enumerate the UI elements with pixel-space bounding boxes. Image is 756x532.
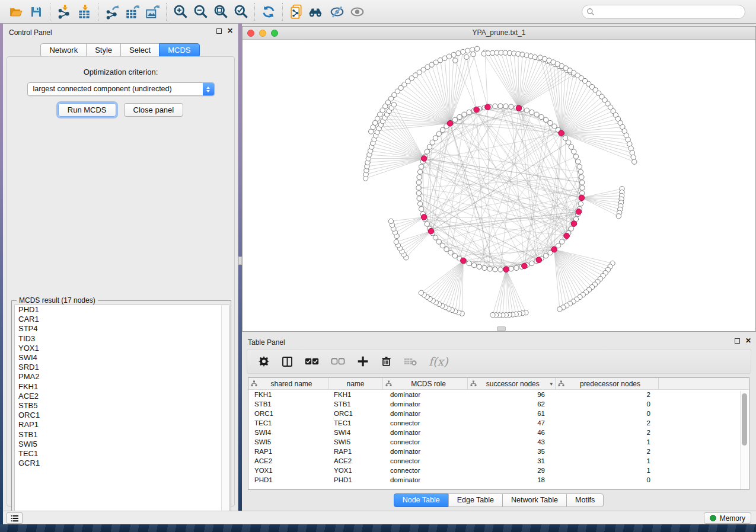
table-row[interactable]: TEC1TEC1connector472 xyxy=(248,418,749,428)
tab-node-table[interactable]: Node Table xyxy=(394,493,449,507)
column-header-name[interactable]: name xyxy=(328,378,383,389)
table-cell[interactable]: 96 xyxy=(468,391,556,398)
table-cell[interactable]: connector xyxy=(383,467,468,474)
list-item[interactable]: STB5 xyxy=(15,401,229,411)
list-item[interactable]: SRD1 xyxy=(15,363,229,372)
table-cell[interactable]: ACE2 xyxy=(248,457,328,464)
table-cell[interactable]: RAP1 xyxy=(248,448,328,455)
table-cell[interactable]: RAP1 xyxy=(328,448,383,455)
close-panel-icon[interactable]: ✕ xyxy=(227,28,233,34)
table-cell[interactable]: SWI4 xyxy=(328,429,383,436)
horizontal-splitter-handle[interactable] xyxy=(497,326,506,331)
table-cell[interactable]: 29 xyxy=(468,467,556,474)
table-cell[interactable]: 0 xyxy=(556,410,659,417)
table-cell[interactable]: 18 xyxy=(468,476,556,483)
float-panel-icon[interactable] xyxy=(735,338,740,344)
export-network-icon[interactable] xyxy=(102,2,122,21)
table-cell[interactable]: ACE2 xyxy=(328,457,383,464)
import-table-icon[interactable] xyxy=(74,2,94,21)
tab-network-table[interactable]: Network Table xyxy=(502,493,567,507)
list-item[interactable]: STP4 xyxy=(15,324,229,334)
table-cell[interactable]: SWI4 xyxy=(248,429,328,436)
list-item[interactable]: TEC1 xyxy=(15,449,229,459)
network-document-icon[interactable] xyxy=(286,2,307,21)
list-item[interactable]: CAR1 xyxy=(15,315,229,324)
table-scrollbar[interactable] xyxy=(740,391,748,489)
search-input[interactable] xyxy=(582,5,745,19)
mcds-result-list[interactable]: PHD1CAR1STP4TID3YOX1SWI4SRD1PMA2FKH1ACE2… xyxy=(14,305,229,518)
list-item[interactable]: STB1 xyxy=(15,430,229,440)
table-cell[interactable]: dominator xyxy=(383,400,468,408)
tab-mcds[interactable]: MCDS xyxy=(159,43,199,57)
table-cell[interactable]: SWI5 xyxy=(328,438,383,446)
tab-select[interactable]: Select xyxy=(120,43,160,57)
table-scrollbar-thumb[interactable] xyxy=(742,393,747,446)
table-cell[interactable]: dominator xyxy=(383,476,468,483)
table-cell[interactable]: YOX1 xyxy=(248,467,328,474)
network-canvas[interactable] xyxy=(243,40,755,331)
run-mcds-button[interactable]: Run MCDS xyxy=(58,103,116,117)
table-row[interactable]: STB1STB1dominator620 xyxy=(248,399,749,409)
window-maximize-icon[interactable] xyxy=(271,30,278,37)
select-all-icon[interactable] xyxy=(305,352,319,370)
table-cell[interactable]: SWI5 xyxy=(248,438,328,446)
table-cell[interactable]: 61 xyxy=(468,410,556,417)
add-column-icon[interactable] xyxy=(357,352,369,370)
tab-style[interactable]: Style xyxy=(86,43,121,57)
table-cell[interactable]: FKH1 xyxy=(328,391,383,398)
table-cell[interactable]: connector xyxy=(383,457,468,464)
list-item[interactable]: GCR1 xyxy=(15,459,229,468)
table-cell[interactable]: ORC1 xyxy=(328,410,383,417)
deselect-all-icon[interactable] xyxy=(331,352,345,370)
delete-column-icon[interactable] xyxy=(381,352,392,370)
import-network-icon[interactable] xyxy=(54,2,74,21)
table-cell[interactable]: FKH1 xyxy=(248,391,328,398)
table-cell[interactable]: 35 xyxy=(468,448,556,455)
table-cell[interactable]: dominator xyxy=(383,391,468,398)
list-item[interactable]: TID3 xyxy=(15,334,229,344)
list-item[interactable]: ACE2 xyxy=(15,392,229,401)
tab-edge-table[interactable]: Edge Table xyxy=(448,493,503,507)
export-image-icon[interactable] xyxy=(142,2,162,21)
window-close-icon[interactable] xyxy=(247,30,254,37)
open-session-icon[interactable] xyxy=(6,2,26,21)
table-cell[interactable]: 1 xyxy=(556,438,659,446)
task-history-button[interactable] xyxy=(7,512,23,524)
column-header-MCDS-role[interactable]: MCDS role xyxy=(383,378,468,389)
show-graphics-details-icon[interactable] xyxy=(347,2,367,21)
table-cell[interactable]: PHD1 xyxy=(248,476,328,483)
table-cell[interactable]: 46 xyxy=(468,429,556,436)
table-cell[interactable]: TEC1 xyxy=(248,419,328,427)
refresh-icon[interactable] xyxy=(259,2,279,21)
table-row[interactable]: PHD1PHD1dominator180 xyxy=(248,475,749,485)
tab-network[interactable]: Network xyxy=(40,43,87,57)
criterion-select[interactable]: largest connected component (undirected) xyxy=(27,82,215,96)
table-cell[interactable]: 2 xyxy=(556,391,659,398)
table-cell[interactable]: 2 xyxy=(556,429,659,436)
table-cell[interactable]: 0 xyxy=(556,400,659,408)
table-cell[interactable]: 43 xyxy=(468,438,556,446)
table-cell[interactable]: 62 xyxy=(468,400,556,408)
table-cell[interactable]: ORC1 xyxy=(248,410,328,417)
table-cell[interactable]: PHD1 xyxy=(328,476,383,483)
table-row[interactable]: SWI4SWI4dominator462 xyxy=(248,428,749,437)
list-item[interactable]: PHD1 xyxy=(15,305,229,315)
list-item[interactable]: YOX1 xyxy=(15,344,229,353)
zoom-fit-icon[interactable] xyxy=(210,2,231,21)
export-table-icon[interactable] xyxy=(122,2,142,21)
zoom-out-icon[interactable] xyxy=(190,2,210,21)
close-panel-button[interactable]: Close panel xyxy=(124,103,184,117)
float-panel-icon[interactable] xyxy=(216,28,222,34)
table-cell[interactable]: 1 xyxy=(556,457,659,464)
table-cell[interactable]: 47 xyxy=(468,419,556,427)
table-row[interactable]: YOX1YOX1connector291 xyxy=(248,466,749,475)
table-cell[interactable]: 1 xyxy=(556,467,659,474)
hide-graphics-details-icon[interactable] xyxy=(327,2,347,21)
list-item[interactable]: SWI4 xyxy=(15,353,229,363)
zoom-in-icon[interactable] xyxy=(170,2,190,21)
table-cell[interactable]: dominator xyxy=(383,448,468,455)
memory-button[interactable]: Memory xyxy=(704,512,751,524)
list-item[interactable]: ORC1 xyxy=(15,411,229,420)
column-header-shared-name[interactable]: shared name xyxy=(248,378,328,389)
save-session-icon[interactable] xyxy=(26,2,46,21)
